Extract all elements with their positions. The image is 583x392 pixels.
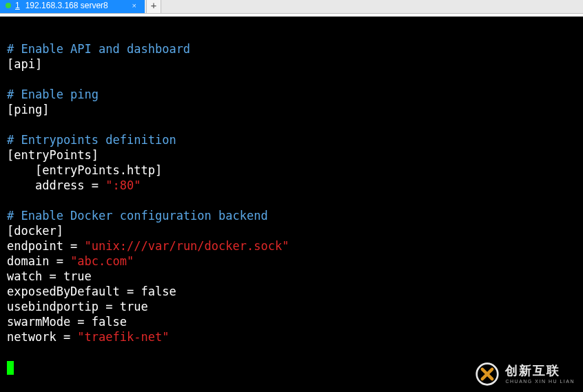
- new-tab-button[interactable]: +: [146, 0, 161, 13]
- close-icon[interactable]: ×: [131, 1, 138, 10]
- code-line: [ping]: [7, 103, 49, 116]
- code-key: endpoint =: [7, 239, 85, 253]
- code-line: [entryPoints.http]: [7, 163, 162, 177]
- code-line: # Enable ping: [7, 87, 99, 101]
- watermark-subtext: CHUANG XIN HU LIAN: [505, 379, 575, 384]
- terminal[interactable]: # Enable API and dashboard [api] # Enabl…: [0, 17, 583, 392]
- code-key: domain =: [7, 254, 70, 268]
- code-string: "abc.com": [70, 254, 134, 268]
- code-key: network =: [7, 330, 77, 344]
- code-line: # Enable API and dashboard: [7, 42, 190, 56]
- status-dot-icon: [6, 3, 11, 8]
- code-key: address =: [7, 178, 105, 192]
- cursor-icon: [7, 361, 14, 375]
- logo-icon: [475, 362, 500, 386]
- code-key: usebindportip =: [7, 300, 120, 313]
- code-string: "unix:///var/run/docker.sock": [85, 239, 289, 253]
- code-key: watch =: [7, 269, 63, 283]
- code-line: # Enable Docker configuration backend: [7, 209, 268, 223]
- code-bool: true: [63, 269, 92, 283]
- tab-index: 1: [15, 1, 20, 10]
- code-key: exposedByDefault =: [7, 285, 141, 298]
- code-key: swarmMode =: [7, 315, 92, 329]
- watermark-text: 创新互联: [505, 364, 575, 377]
- code-bool: false: [92, 315, 127, 329]
- code-string: ":80": [105, 178, 141, 192]
- code-bool: false: [141, 285, 176, 298]
- code-line: # Entrypoints definition: [7, 133, 176, 147]
- tab-bar: 1 192.168.3.168 server8 × +: [0, 0, 583, 14]
- code-bool: true: [120, 300, 148, 313]
- tab-title: 192.168.3.168 server8: [25, 1, 127, 10]
- code-line: [docker]: [7, 224, 63, 238]
- code-line: [api]: [7, 57, 42, 71]
- code-string: "traefik-net": [77, 330, 169, 344]
- watermark: 创新互联 CHUANG XIN HU LIAN: [475, 362, 575, 386]
- code-line: [entryPoints]: [7, 148, 99, 162]
- tab-active[interactable]: 1 192.168.3.168 server8 ×: [0, 0, 145, 13]
